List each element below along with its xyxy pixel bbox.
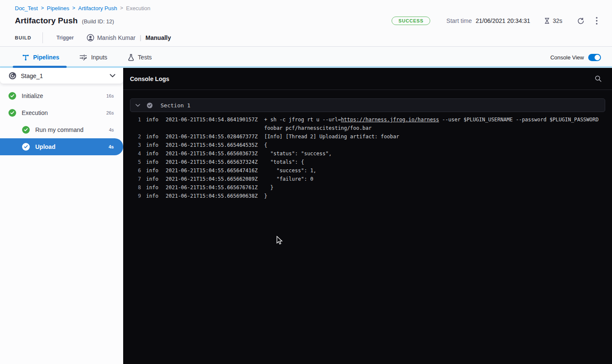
log-row: 8 info 2021-06-21T15:04:55.665676761Z } [130,183,605,192]
build-id-label: (Build ID: 12) [82,18,114,25]
elapsed-duration: 32s [544,17,562,24]
log-message: "status": "success", [264,149,605,158]
step-label: Run my command [35,126,109,133]
build-type-label: BUILD [15,35,42,40]
log-timestamp: 2021-06-21T15:04:55.665647416Z [166,166,259,175]
chevron-down-icon[interactable] [110,74,116,78]
success-check-icon [22,126,30,134]
log-row: 6 info 2021-06-21T15:04:55.665647416Z "s… [130,166,605,175]
log-level: info [146,183,160,192]
toggle-knob [595,55,600,60]
step-duration: 26s [106,110,114,115]
trigger-label: Trigger [56,35,74,41]
stage-selector[interactable]: Stage_1 [0,68,123,84]
step-duration: 4s [109,127,114,132]
trigger-mode: Manually [146,34,171,41]
step-row-run-my-command[interactable]: Run my command 4s [0,121,123,138]
step-list: Initialize 16s Execution 26s Run my comm… [0,87,123,155]
log-timestamp: 2021-06-21T15:04:55.665690638Z [166,192,259,200]
execution-header: Doc_Test>Pipelines>Artifactory Push>Exec… [0,0,612,47]
breadcrumb-item[interactable]: Pipelines [47,5,69,11]
log-message: "failure": 0 [264,175,605,183]
breadcrumb-separator: > [120,5,123,11]
tab-inputs[interactable]: Inputs [79,47,107,68]
log-line-number: 5 [130,158,141,166]
log-message: + sh -c jfrog rt u --url=https://harness… [264,115,605,132]
log-row: 3 info 2021-06-21T15:04:55.665464535Z { [130,141,605,149]
refresh-button[interactable] [575,15,587,27]
log-level: info [146,115,160,124]
section-chevron-down-icon[interactable] [135,104,140,107]
build-meta-row: BUILD Trigger Manish Kumar | Manually [15,31,599,44]
app-root: Doc_Test>Pipelines>Artifactory Push>Exec… [0,0,612,364]
breadcrumb-item[interactable]: Doc_Test [15,5,38,11]
hourglass-icon [544,17,550,24]
log-search-button[interactable] [593,73,604,84]
tab-bar: Pipelines Inputs Tests Console View [0,47,612,68]
status-group: SUCCESS Start time 21/06/2021 20:34:31 3… [392,15,599,27]
kebab-menu-icon [596,17,598,25]
success-check-icon [8,109,16,117]
step-label: Initialize [22,92,106,99]
log-timestamp: 2021-06-21T15:04:55.665464535Z [166,141,259,149]
stage-icon [8,72,17,80]
breadcrumb-item: Execution [126,5,150,11]
console-view-label: Console View [550,54,584,61]
elapsed-value: 32s [553,17,562,24]
log-message: { [264,141,605,149]
step-duration: 4s [109,144,114,149]
breadcrumb-separator: > [72,5,75,11]
stage-sidebar: Stage_1 Initialize 16s Execution 26s Run… [0,68,123,364]
log-line-number: 4 [130,149,141,158]
log-section-header[interactable]: Section 1 [130,98,605,112]
log-row: 1 info 2021-06-21T15:04:54.864190157Z + … [130,115,605,132]
content-area: Stage_1 Initialize 16s Execution 26s Run… [0,68,612,364]
start-time-label: Start time [446,17,472,24]
log-timestamp: 2021-06-21T15:04:55.665603673Z [166,149,259,158]
tests-icon [128,54,134,61]
log-message: "totals": { [264,158,605,166]
tabs: Pipelines Inputs Tests [22,47,152,68]
log-timestamp: 2021-06-21T15:04:55.665637324Z [166,158,259,166]
log-line-number: 8 [130,183,141,192]
step-row-upload[interactable]: Upload 4s [0,138,123,155]
log-timestamp: 2021-06-21T15:04:54.864190157Z [166,115,259,124]
tab-pipelines[interactable]: Pipelines [22,47,59,68]
console-body: Section 1 1 info 2021-06-21T15:04:54.864… [123,90,612,364]
log-lines: 1 info 2021-06-21T15:04:54.864190157Z + … [130,115,605,200]
log-row: 9 info 2021-06-21T15:04:55.665690638Z } [130,192,605,200]
log-link[interactable]: https://harness.jfrog.io/harness [341,117,439,123]
log-row: 4 info 2021-06-21T15:04:55.665603673Z "s… [130,149,605,158]
pipeline-icon [22,54,29,61]
inputs-icon [79,54,87,61]
refresh-icon [577,17,585,25]
user-name: Manish Kumar [97,34,135,41]
trigger-user: Manish Kumar [87,34,135,42]
log-level: info [146,132,160,141]
step-duration: 16s [106,93,114,98]
stage-name: Stage_1 [21,73,110,79]
step-row-initialize[interactable]: Initialize 16s [0,87,123,104]
start-time: Start time 21/06/2021 20:34:31 [446,17,530,24]
log-level: info [146,141,160,149]
console-view-control: Console View [550,54,601,61]
tab-tests[interactable]: Tests [128,47,152,68]
log-line-number: 7 [130,175,141,183]
step-label: Execution [22,109,106,116]
console-header: Console Logs [123,68,612,90]
log-row: 7 info 2021-06-21T15:04:55.665662089Z "f… [130,175,605,183]
log-line-number: 1 [130,115,141,124]
title-group: Artifactory Push (Build ID: 12) [15,16,114,25]
status-badge: SUCCESS [392,17,430,25]
console-view-toggle[interactable] [588,54,601,61]
success-check-icon [8,92,16,100]
log-timestamp: 2021-06-21T15:04:55.665676761Z [166,183,259,192]
more-options-button[interactable] [594,15,599,26]
log-message-continuation: foobar pcf/harnesscitesting/foo.bar [264,124,605,132]
log-level: info [146,192,160,200]
breadcrumb-item[interactable]: Artifactory Push [78,5,117,11]
step-row-execution[interactable]: Execution 26s [0,104,123,121]
log-message: "success": 1, [264,166,605,175]
breadcrumb: Doc_Test>Pipelines>Artifactory Push>Exec… [15,4,599,12]
title-row: Artifactory Push (Build ID: 12) SUCCESS … [15,15,599,27]
